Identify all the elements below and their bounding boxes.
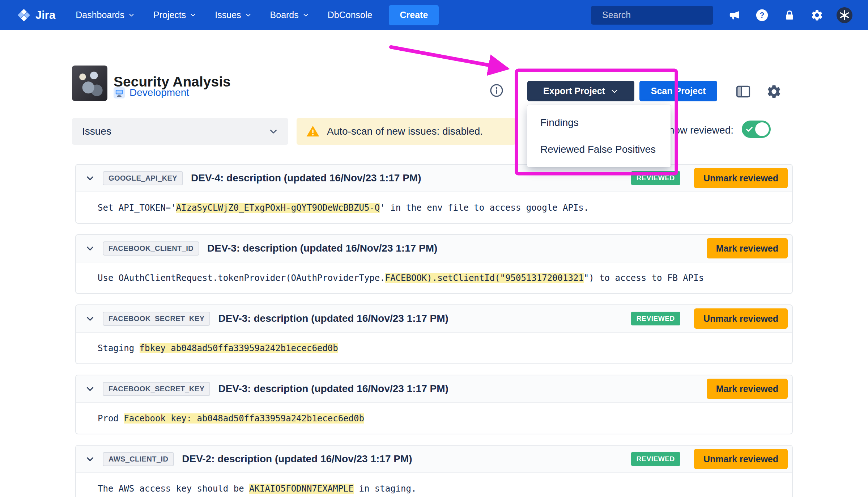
project-type-link[interactable]: Development	[114, 87, 189, 98]
nav-menu-item[interactable]: Dashboards	[76, 10, 135, 20]
finding-card: FACEBOOK_SECRET_KEY DEV-3: description (…	[75, 304, 793, 364]
finding-description: Use OAuthClientRequest.tokenProvider(OAu…	[76, 262, 792, 293]
gear-icon[interactable]	[809, 7, 825, 24]
project-type-label: Development	[129, 87, 189, 98]
warning-text: Auto-scan of new issues: disabled.	[327, 126, 483, 137]
brand-name: Jira	[35, 9, 55, 22]
export-dropdown-menu: Findings Reviewed False Positives	[527, 105, 671, 167]
finding-type-chip: FACEBOOK_SECRET_KEY	[103, 382, 210, 396]
issues-filter-value: Issues	[82, 126, 111, 137]
nav-menu-item-label: Dashboards	[76, 10, 124, 20]
export-project-button[interactable]: Export Project	[527, 81, 634, 101]
jira-logo-icon	[17, 8, 31, 22]
finding-type-chip: GOOGLE_API_KEY	[103, 171, 183, 185]
mark-reviewed-button[interactable]: Mark reviewed	[707, 379, 788, 399]
chevron-down-icon[interactable]	[85, 244, 95, 253]
top-navigation: Jira Dashboards Projects Issues Boards D…	[0, 0, 868, 30]
mark-reviewed-button[interactable]: Unmark reviewed	[694, 308, 788, 329]
export-project-label: Export Project	[543, 86, 605, 96]
finding-type-chip: FACEBOOK_CLIENT_ID	[103, 241, 199, 256]
export-menu-item[interactable]: Reviewed False Positives	[527, 136, 671, 163]
chevron-down-icon[interactable]	[85, 314, 95, 323]
chevron-down-icon	[190, 12, 196, 18]
findings-list: GOOGLE_API_KEY DEV-4: description (updat…	[75, 164, 793, 497]
finding-title: DEV-3: description (updated 16/Nov/23 1:…	[218, 313, 448, 324]
export-menu-item[interactable]: Findings	[527, 109, 671, 136]
show-reviewed-label: Show reviewed:	[662, 125, 733, 136]
search-box[interactable]	[591, 6, 713, 25]
scan-project-button[interactable]: Scan Project	[639, 81, 717, 101]
finding-header[interactable]: AWS_CLIENT_ID DEV-2: description (update…	[76, 446, 792, 473]
finding-title: DEV-2: description (updated 16/Nov/23 1:…	[182, 453, 412, 465]
chevron-down-icon[interactable]	[85, 384, 95, 393]
lock-icon[interactable]	[781, 7, 798, 24]
finding-card: GOOGLE_API_KEY DEV-4: description (updat…	[75, 164, 793, 224]
toggle-knob	[755, 122, 769, 136]
chevron-down-icon[interactable]	[85, 454, 95, 464]
jira-brand[interactable]: Jira	[17, 8, 55, 22]
nav-menu-item[interactable]: Issues	[215, 10, 251, 20]
chevron-down-icon	[245, 12, 251, 18]
search-input[interactable]	[601, 9, 719, 21]
finding-title: DEV-3: description (updated 16/Nov/23 1:…	[207, 243, 437, 254]
create-button[interactable]: Create	[389, 5, 439, 25]
nav-menu-item[interactable]: DbConsole	[328, 10, 373, 20]
finding-description: Set API_TOKEN='AIzaSyCLWjZ0_ETxgPOxH-gQY…	[76, 192, 792, 223]
finding-card: FACEBOOK_CLIENT_ID DEV-3: description (u…	[75, 234, 793, 294]
finding-title: DEV-3: description (updated 16/Nov/23 1:…	[218, 383, 448, 395]
finding-title: DEV-4: description (updated 16/Nov/23 1:…	[191, 172, 421, 184]
auto-scan-warning-banner: Auto-scan of new issues: disabled.	[297, 118, 516, 145]
nav-menu-item-label: Projects	[153, 10, 186, 20]
nav-menu-item-label: Issues	[215, 10, 241, 20]
nav-icon-group: ?	[726, 7, 853, 24]
nav-menu-item[interactable]: Boards	[270, 10, 309, 20]
nav-menu-item-label: DbConsole	[328, 10, 373, 20]
project-type-icon	[114, 87, 125, 98]
reviewed-badge: REVIEWED	[631, 452, 680, 466]
chevron-down-icon[interactable]	[85, 173, 95, 183]
finding-header[interactable]: FACEBOOK_CLIENT_ID DEV-3: description (u…	[76, 235, 792, 262]
svg-text:?: ?	[760, 11, 764, 20]
finding-type-chip: FACEBOOK_SECRET_KEY	[103, 312, 210, 326]
chevron-down-icon	[269, 127, 278, 136]
app-switcher-avatar[interactable]	[836, 7, 853, 24]
annotation-arrow	[391, 47, 506, 68]
nav-menu-item[interactable]: Projects	[153, 10, 196, 20]
finding-description: Staging fbkey ab048ad50ffa33959a242b1ece…	[76, 333, 792, 363]
chevron-down-icon	[610, 87, 618, 95]
help-icon[interactable]: ?	[754, 7, 770, 24]
mark-reviewed-button[interactable]: Mark reviewed	[707, 238, 788, 258]
finding-header[interactable]: FACEBOOK_SECRET_KEY DEV-3: description (…	[76, 375, 792, 403]
panels-icon[interactable]	[733, 82, 753, 101]
finding-header[interactable]: FACEBOOK_SECRET_KEY DEV-3: description (…	[76, 305, 792, 333]
chevron-down-icon	[303, 12, 309, 18]
mark-reviewed-button[interactable]: Unmark reviewed	[694, 449, 788, 469]
reviewed-badge: REVIEWED	[631, 312, 680, 325]
check-icon	[745, 125, 753, 133]
finding-description: Prod Facebook key: ab048ad50ffa33959a242…	[76, 403, 792, 434]
finding-header[interactable]: GOOGLE_API_KEY DEV-4: description (updat…	[76, 165, 792, 192]
issues-filter-select[interactable]: Issues	[72, 118, 288, 145]
chevron-down-icon	[128, 12, 135, 18]
finding-card: FACEBOOK_SECRET_KEY DEV-3: description (…	[75, 375, 793, 434]
finding-card: AWS_CLIENT_ID DEV-2: description (update…	[75, 445, 793, 497]
finding-description: The AWS access key should be AKIAIO5FODN…	[76, 473, 792, 497]
gear-icon[interactable]	[764, 82, 784, 101]
reviewed-badge: REVIEWED	[631, 171, 680, 185]
warning-icon	[306, 125, 320, 138]
mark-reviewed-button[interactable]: Unmark reviewed	[694, 168, 788, 188]
project-avatar	[72, 66, 107, 101]
show-reviewed-toggle[interactable]	[742, 121, 771, 138]
announcement-icon[interactable]	[726, 7, 743, 24]
page: Jira Dashboards Projects Issues Boards D…	[0, 0, 868, 497]
finding-type-chip: AWS_CLIENT_ID	[103, 452, 174, 466]
info-icon[interactable]	[489, 83, 504, 98]
nav-menu-item-label: Boards	[270, 10, 299, 20]
nav-menu: Dashboards Projects Issues Boards DbCons…	[76, 10, 372, 20]
